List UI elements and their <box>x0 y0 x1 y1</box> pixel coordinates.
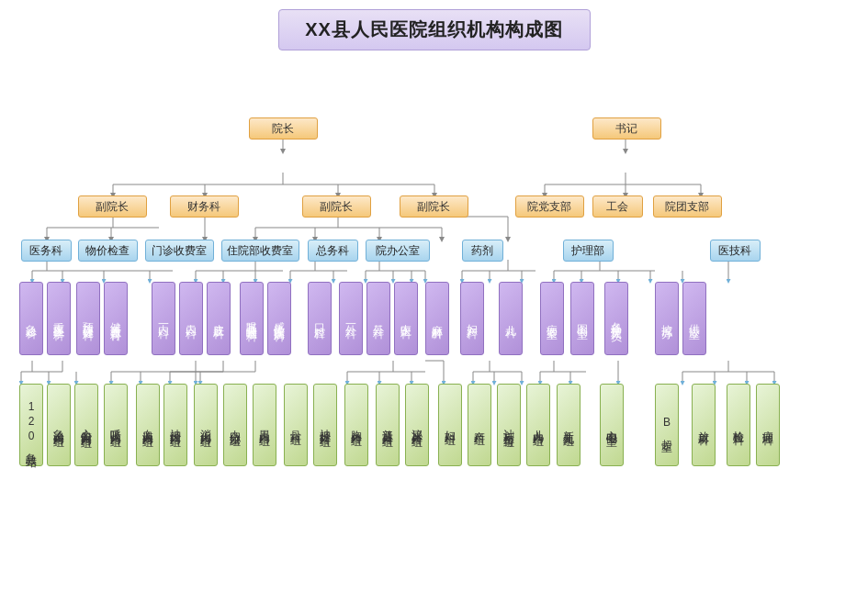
binganlishi-box: 病案室 <box>540 282 564 355</box>
jihuashengyu-box: 计划生育组 <box>497 384 521 466</box>
zhongyike-box: 中医科 <box>394 282 418 355</box>
xinxueGuanNeikeZu-box: 心血管内科组 <box>74 384 98 466</box>
xindian-box: 心电图室 <box>600 384 624 466</box>
fukeZu-box: 妇科组 <box>438 384 462 466</box>
zongwuke-box: 总务科 <box>308 240 358 262</box>
fuchanke-box: 妇产科 <box>460 282 484 355</box>
fuyuanzhang3-box: 副院长 <box>400 195 468 218</box>
yanErBiYanHou-box: 眼耳鼻咽喉科 <box>240 282 264 355</box>
yuanbanGongshi-box: 院办公室 <box>366 240 430 262</box>
jiankangJiaoyu-box: 健康教育科 <box>104 282 128 355</box>
huliBu-box: 护理部 <box>563 240 614 262</box>
weiNeikeZu-box: 胃内科组 <box>253 384 276 466</box>
neifen-box: 内分泌组 <box>223 384 247 466</box>
yuanzhang-box: 院长 <box>249 117 318 140</box>
tushuguan-box: 图书室 <box>570 282 594 355</box>
chankeZu-box: 产科组 <box>468 384 491 466</box>
zhongzhengYixue-box: 重症医学科 <box>47 282 71 355</box>
waiYike-box: 外一科 <box>339 282 363 355</box>
bchao-box: B超室 <box>655 384 679 466</box>
pifuke-box: 皮肤科 <box>207 282 231 355</box>
putongWaikeZu-box: 普通外科组 <box>376 384 400 466</box>
gukeZu-box: 骨科组 <box>284 384 308 466</box>
yaoji-box: 药剂 <box>462 240 503 262</box>
xuyeNeikeZu-box: 血液内科组 <box>136 384 160 466</box>
waiErke-box: 外二科 <box>366 282 390 355</box>
erke-box: 儿科 <box>499 282 523 355</box>
fuyuanzhang1-box: 副院长 <box>78 195 147 218</box>
jizhenNeikeZu-box: 急诊内科组 <box>47 384 71 466</box>
konggan-box: 控感办 <box>655 282 679 355</box>
neiErke-box: 内二科 <box>179 282 203 355</box>
ganranXingJibing-box: 感染性疾病科 <box>267 282 291 355</box>
fangshe-box: 放射科 <box>692 384 716 466</box>
wujiajiancha-box: 物价检查 <box>78 240 138 262</box>
yuandangzhibu-box: 院党支部 <box>515 195 584 218</box>
gonghui-box: 工会 <box>592 195 643 218</box>
page-title: XX县人民医院组织机构构成图 <box>278 9 591 50</box>
page: XX县人民医院组织机构构成图 <box>0 0 868 614</box>
jizhen120-box: 120急救站 <box>19 384 43 466</box>
yufangBaojian-box: 预防保健科 <box>76 282 100 355</box>
shenjingNeikeZu-box: 神经内科组 <box>163 384 187 466</box>
xinshengErZu-box: 新生儿组 <box>557 384 581 466</box>
neiYike-box: 内一科 <box>152 282 175 355</box>
binglike-box: 病理科 <box>756 384 780 466</box>
caiwuke-box: 财务科 <box>170 195 239 218</box>
mazuike-box: 麻醉科 <box>425 282 449 355</box>
kouqiangke-box: 口腔科 <box>308 282 332 355</box>
gekHuliren-box: 各科护理人员 <box>604 282 628 355</box>
yijike-box: 医技科 <box>710 240 761 262</box>
erNeikeZu-box: 儿内科组 <box>526 384 550 466</box>
yiwuke-box: 医务科 <box>21 240 72 262</box>
jianli-box: 检验科 <box>727 384 750 466</box>
org-chart: 院长 书记 副院长 财务科 副院长 副院长 院党支部 工会 院团支部 医务科 物… <box>12 67 857 614</box>
fuyuanzhang2-box: 副院长 <box>302 195 371 218</box>
gongyingshi-box: 供应室 <box>682 282 706 355</box>
shenjingWaikeZu-box: 神经外科组 <box>313 384 337 466</box>
menzhenShoufei-box: 门诊收费室 <box>145 240 214 262</box>
shuji-box: 书记 <box>592 117 661 140</box>
zhuyuanShoufei-box: 住院部收费室 <box>221 240 299 262</box>
miniaolou-box: 泌尿外科组 <box>405 384 429 466</box>
xiongWaikeZu-box: 胸外科组 <box>344 384 368 466</box>
huxiNeikeZu-box: 呼吸内科组 <box>104 384 128 466</box>
xiaohuaNeike-box: 消化内科组 <box>194 384 218 466</box>
yuantuanzhibu-box: 院团支部 <box>653 195 722 218</box>
jizhenke-box: 急诊科 <box>19 282 43 355</box>
